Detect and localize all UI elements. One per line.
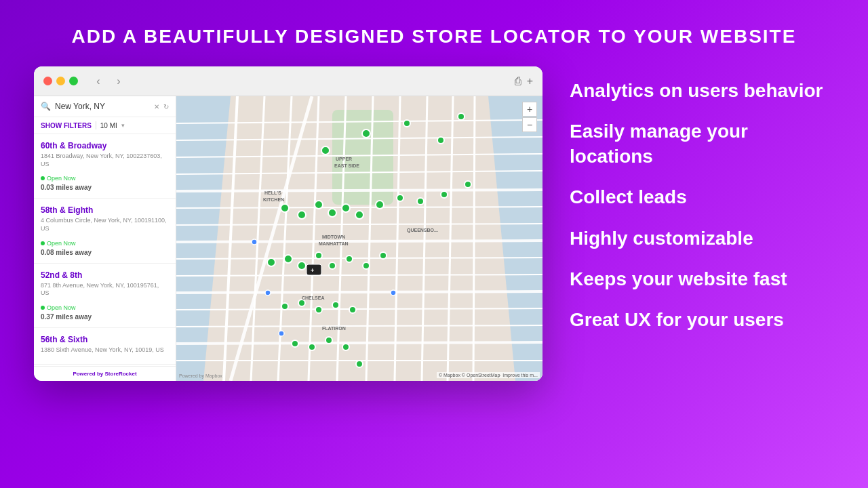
- map-zoom-in-button[interactable]: +: [522, 102, 537, 117]
- search-icon: 🔍: [41, 102, 51, 111]
- open-dot: [41, 306, 45, 310]
- location-address: 4 Columbus Circle, New York, NY, 1001911…: [41, 217, 169, 232]
- svg-point-30: [321, 146, 330, 155]
- distance-text: 0.37 miles away: [41, 313, 169, 321]
- list-item[interactable]: 60th & Broadway 1841 Broadway, New York,…: [34, 134, 176, 199]
- svg-point-48: [267, 258, 275, 266]
- map-attribution: © Mapbox © OpenStreetMap· Improve this m…: [437, 372, 540, 378]
- svg-point-59: [332, 302, 339, 308]
- share-button[interactable]: ⎙: [515, 75, 521, 87]
- svg-point-57: [298, 300, 305, 306]
- location-name: 60th & Broadway: [41, 141, 169, 150]
- location-name: 58th & Eighth: [41, 205, 169, 215]
- dot-green[interactable]: [69, 77, 78, 85]
- filter-divider: [96, 121, 96, 129]
- back-button[interactable]: ‹: [90, 73, 106, 89]
- svg-text:MIDTOWN: MIDTOWN: [322, 235, 345, 239]
- feature-item-collect-leads: Collect leads: [570, 180, 834, 215]
- show-filters-button[interactable]: SHOW FILTERS: [41, 122, 92, 129]
- location-address: 871 8th Avenue, New York, NY, 100195761,…: [41, 282, 169, 298]
- svg-point-37: [315, 201, 323, 209]
- open-dot: [41, 176, 45, 180]
- locations-list: 60th & Broadway 1841 Broadway, New York,…: [34, 134, 176, 366]
- browser-toolbar: ‹ › ⎙ +: [34, 66, 542, 96]
- svg-point-56: [281, 303, 288, 310]
- svg-point-31: [362, 129, 370, 138]
- map-canvas: +: [176, 96, 542, 381]
- svg-point-39: [342, 204, 350, 212]
- svg-text:+: +: [311, 267, 314, 274]
- svg-point-65: [356, 361, 363, 367]
- svg-point-66: [252, 239, 257, 245]
- svg-text:UPPER: UPPER: [336, 157, 352, 161]
- svg-line-18: [176, 190, 542, 191]
- list-item[interactable]: 58th & Eighth 4 Columbus Circle, New Yor…: [34, 199, 176, 263]
- open-text: Open Now: [47, 304, 76, 311]
- forward-button[interactable]: ›: [111, 73, 127, 89]
- search-value: New York, NY: [55, 102, 150, 111]
- distance-dropdown-icon[interactable]: ▾: [121, 122, 125, 129]
- svg-point-63: [326, 337, 332, 344]
- feature-item-fast: Keeps your website fast: [570, 262, 834, 297]
- svg-text:MANHATTAN: MANHATTAN: [319, 241, 349, 246]
- svg-text:FLATIRON: FLATIRON: [322, 326, 346, 331]
- map-zoom-out-button[interactable]: −: [522, 117, 537, 132]
- dot-yellow[interactable]: [56, 77, 65, 85]
- svg-point-54: [363, 262, 370, 269]
- search-clear-button[interactable]: ✕: [154, 103, 159, 110]
- svg-point-49: [284, 255, 292, 263]
- features-list: Analytics on users behavior Easily manag…: [570, 66, 834, 338]
- list-item[interactable]: 56th & Sixth 1380 Sixth Avenue, New York…: [34, 328, 176, 365]
- svg-point-60: [349, 306, 356, 313]
- svg-text:CHELSEA: CHELSEA: [302, 296, 324, 300]
- svg-point-53: [346, 256, 353, 262]
- content-area: ‹ › ⎙ + 🔍 New York, NY ✕ ↻: [34, 66, 834, 381]
- svg-point-69: [391, 290, 396, 296]
- svg-point-61: [292, 340, 298, 347]
- locator-sidebar: 🔍 New York, NY ✕ ↻ SHOW FILTERS 10 MI ▾: [34, 96, 176, 381]
- dot-red[interactable]: [43, 77, 52, 85]
- location-address: 1380 Sixth Avenue, New York, NY, 10019, …: [41, 346, 169, 354]
- open-badge: Open Now: [41, 175, 76, 182]
- svg-line-24: [176, 291, 542, 293]
- browser-nav: ‹ ›: [90, 73, 127, 89]
- filter-bar: SHOW FILTERS 10 MI ▾: [34, 117, 176, 134]
- svg-point-41: [376, 201, 384, 209]
- svg-point-44: [441, 191, 448, 198]
- svg-point-32: [403, 120, 410, 127]
- list-item[interactable]: 52nd & 8th 871 8th Avenue, New York, NY,…: [34, 264, 176, 328]
- open-dot: [41, 241, 45, 245]
- svg-text:QUEENSBO...: QUEENSBO...: [407, 228, 438, 233]
- svg-line-21: [176, 241, 542, 242]
- open-text: Open Now: [47, 240, 76, 247]
- svg-point-40: [355, 211, 363, 219]
- location-name: 56th & Sixth: [41, 335, 169, 344]
- open-badge: Open Now: [41, 240, 76, 247]
- svg-point-52: [329, 262, 336, 269]
- svg-text:EAST SIDE: EAST SIDE: [334, 163, 359, 168]
- search-refresh-button[interactable]: ↻: [163, 103, 169, 110]
- svg-point-36: [298, 211, 306, 219]
- feature-item-analytics: Analytics on users behavior: [570, 73, 834, 108]
- browser-actions: ⎙ +: [515, 75, 533, 87]
- search-bar[interactable]: 🔍 New York, NY ✕ ↻: [34, 96, 176, 117]
- svg-point-33: [437, 137, 444, 144]
- distance-text: 0.03 miles away: [41, 184, 169, 191]
- map-area[interactable]: +: [176, 96, 542, 381]
- open-badge: Open Now: [41, 304, 76, 311]
- browser-window: ‹ › ⎙ + 🔍 New York, NY ✕ ↻: [34, 66, 542, 381]
- svg-point-35: [281, 204, 289, 212]
- map-controls: + −: [522, 102, 537, 132]
- map-svg: +: [176, 96, 542, 381]
- svg-point-58: [315, 306, 322, 313]
- distance-text: 0.08 miles away: [41, 249, 169, 256]
- feature-item-customizable: Highly customizable: [570, 221, 834, 256]
- feature-item-ux: Great UX for your users: [570, 302, 834, 338]
- add-tab-button[interactable]: +: [527, 75, 533, 87]
- powered-by-footer: Powered by StoreRocket: [34, 366, 176, 381]
- open-text: Open Now: [47, 175, 76, 182]
- svg-point-34: [458, 113, 465, 120]
- feature-item-manage-locations: Easily manage your locations: [570, 114, 834, 174]
- distance-select[interactable]: 10 MI: [100, 122, 117, 129]
- page-title: ADD A BEAUTIFULLY DESIGNED STORE LOCATOR…: [72, 26, 797, 47]
